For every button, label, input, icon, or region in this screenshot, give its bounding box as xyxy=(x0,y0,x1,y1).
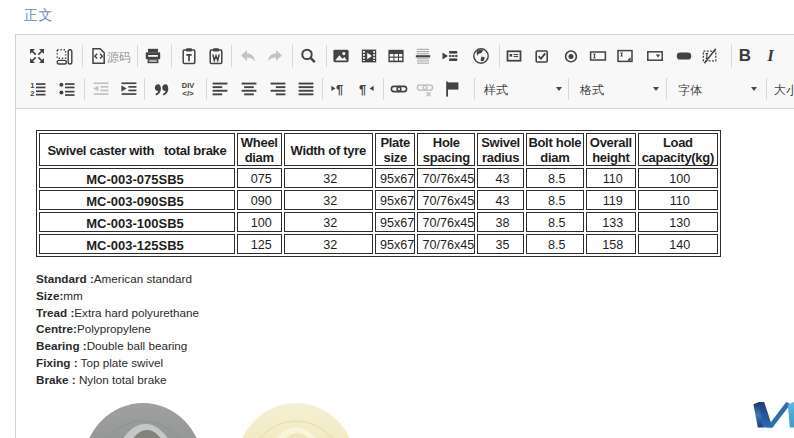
svg-text:¶: ¶ xyxy=(359,82,366,97)
svg-text:2: 2 xyxy=(30,89,34,98)
svg-text:¶: ¶ xyxy=(336,82,343,97)
svg-text:</>: </> xyxy=(182,89,194,98)
